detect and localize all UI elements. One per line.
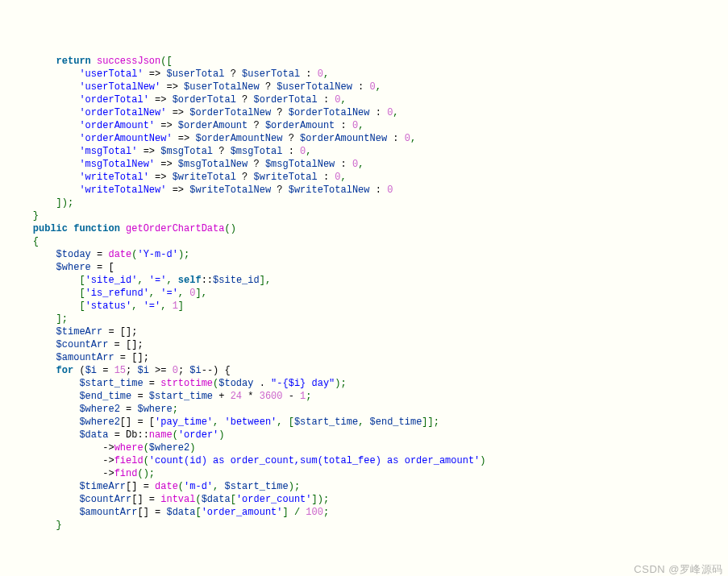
code-line: 'userTotalNew' => $userTotalNew ? $userT… [10, 81, 728, 93]
code-line: $timeArr = []; [10, 325, 728, 338]
code-line: 'orderTotalNew' => $orderTotalNew ? $ord… [10, 106, 728, 119]
code-line: ->find(); [10, 467, 728, 480]
code-line: ['site_id', '=', self::$site_id], [10, 274, 728, 287]
code-line: $timeArr[] = date('m-d', $start_time); [10, 480, 728, 493]
code-line: $countArr = []; [10, 338, 728, 351]
code-line: for ($i = 15; $i >= 0; $i--) { [10, 364, 728, 377]
code-line: public function getOrderChartData() [10, 222, 728, 235]
code-line: $countArr[] = intval($data['order_count'… [10, 493, 728, 506]
code-line: ->field('count(id) as order_count,sum(to… [10, 454, 728, 467]
code-line: ->where($where2) [10, 441, 728, 454]
code-line: $data = Db::name('order') [10, 429, 728, 441]
watermark: CSDN @罗峰源码 [634, 563, 723, 576]
code-block: return successJson([ 'userTotal' => $use… [10, 55, 728, 532]
code-line: $end_time = $start_time + 24 * 3600 - 1; [10, 390, 728, 403]
code-line: ]; [10, 313, 728, 325]
code-line: $today = date('Y-m-d'); [10, 248, 728, 261]
code-line: $where2[] = ['pay_time', 'between', [$st… [10, 416, 728, 429]
code-line: ['status', '=', 1] [10, 300, 728, 313]
code-line: 'orderAmountNew' => $orderAmountNew ? $o… [10, 132, 728, 145]
code-line: 'userTotal' => $userTotal ? $userTotal :… [10, 68, 728, 81]
code-line: ]); [10, 197, 728, 209]
code-line: } [10, 519, 728, 532]
code-line: $where2 = $where; [10, 403, 728, 416]
code-line: $start_time = strtotime($today . "-{$i} … [10, 377, 728, 390]
code-line: return successJson([ [10, 55, 728, 68]
code-line: $where = [ [10, 261, 728, 274]
code-line: $amountArr[] = $data['order_amount'] / 1… [10, 506, 728, 519]
code-line: } [10, 209, 728, 222]
code-line: ['is_refund', '=', 0], [10, 287, 728, 300]
code-line: 'orderTotal' => $orderTotal ? $orderTota… [10, 93, 728, 106]
code-line: { [10, 235, 728, 248]
code-line: 'writeTotal' => $writeTotal ? $writeTota… [10, 171, 728, 184]
code-line: 'msgTotalNew' => $msgTotalNew ? $msgTota… [10, 158, 728, 171]
code-line: 'orderAmount' => $orderAmount ? $orderAm… [10, 119, 728, 132]
code-line: 'msgTotal' => $msgTotal ? $msgTotal : 0, [10, 145, 728, 158]
code-line: $amountArr = []; [10, 351, 728, 364]
code-line: 'writeTotalNew' => $writeTotalNew ? $wri… [10, 184, 728, 197]
